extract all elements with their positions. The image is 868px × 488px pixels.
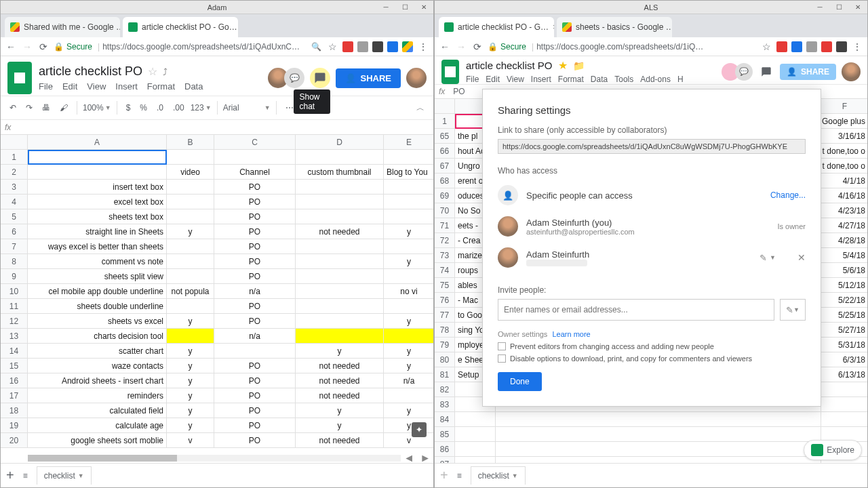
cell[interactable]: comment vs note bbox=[28, 254, 167, 269]
percent-button[interactable]: % bbox=[136, 101, 151, 115]
account-avatar[interactable] bbox=[842, 62, 861, 81]
forward-button[interactable]: → bbox=[455, 41, 467, 53]
cell[interactable]: Google plus bbox=[821, 114, 867, 129]
cell[interactable]: sheets vs excel bbox=[28, 314, 167, 329]
cell[interactable]: 86 bbox=[435, 442, 455, 457]
cell[interactable]: 66 bbox=[435, 144, 455, 159]
cell[interactable]: 70 bbox=[435, 203, 455, 218]
cell[interactable] bbox=[455, 457, 496, 463]
cell[interactable]: 9 bbox=[1, 269, 28, 284]
extension-icon[interactable] bbox=[402, 41, 413, 52]
cell[interactable]: 5/25/18 bbox=[821, 308, 867, 323]
cell[interactable]: 79 bbox=[435, 338, 455, 352]
cell[interactable]: D bbox=[296, 135, 384, 150]
cell[interactable]: 5 bbox=[1, 209, 28, 224]
cell[interactable]: 4/23/18 bbox=[821, 203, 867, 218]
cell[interactable]: PO bbox=[214, 314, 296, 329]
cell[interactable] bbox=[384, 150, 433, 165]
menu-add-ons[interactable]: Add-ons bbox=[640, 75, 671, 84]
cell[interactable] bbox=[167, 195, 214, 209]
currency-button[interactable]: $ bbox=[123, 101, 134, 115]
cell[interactable]: 3 bbox=[1, 180, 28, 195]
cell[interactable]: y bbox=[296, 344, 384, 359]
bookmark-icon[interactable]: ☆ bbox=[326, 41, 338, 53]
cell[interactable]: 76 bbox=[435, 293, 455, 308]
cell[interactable]: y bbox=[296, 403, 384, 418]
minimize-button[interactable]: ─ bbox=[379, 3, 393, 12]
cell[interactable]: 83 bbox=[435, 397, 455, 412]
browser-tab-active[interactable]: article checklist PO - Go…× bbox=[123, 17, 238, 37]
extension-icon[interactable] bbox=[806, 41, 817, 52]
cell[interactable]: 18 bbox=[1, 403, 28, 418]
cell[interactable]: PO bbox=[214, 299, 296, 314]
cell[interactable]: PO bbox=[214, 388, 296, 403]
cell[interactable]: y bbox=[384, 314, 433, 329]
cell[interactable]: 71 bbox=[435, 218, 455, 233]
cell[interactable]: cel mobile app double underline bbox=[28, 284, 167, 299]
cell[interactable] bbox=[384, 209, 433, 224]
number-format-select[interactable]: 123▼ bbox=[191, 103, 212, 113]
cell[interactable]: 5/31/18 bbox=[821, 338, 867, 352]
cell[interactable]: 16 bbox=[1, 373, 28, 388]
cell[interactable]: 5/12/18 bbox=[821, 278, 867, 293]
menu-edit[interactable]: Edit bbox=[62, 81, 77, 92]
sheet-tab[interactable]: checklist▼ bbox=[37, 466, 92, 485]
extension-icon[interactable] bbox=[387, 41, 398, 52]
cell[interactable] bbox=[455, 442, 496, 457]
cell[interactable] bbox=[167, 150, 214, 165]
checkbox-icon[interactable] bbox=[498, 354, 506, 363]
cell[interactable] bbox=[384, 299, 433, 314]
sheet-tab[interactable]: checklist▼ bbox=[471, 466, 526, 485]
menu-file[interactable]: File bbox=[466, 75, 479, 84]
star-icon[interactable]: ☆ bbox=[148, 65, 157, 78]
comments-button[interactable] bbox=[758, 64, 774, 80]
formula-bar[interactable]: fx bbox=[1, 120, 433, 135]
cell[interactable]: 72 bbox=[435, 233, 455, 248]
cell[interactable] bbox=[167, 269, 214, 284]
browser-tab[interactable]: Shared with me - Google …× bbox=[5, 17, 120, 37]
menu-insert[interactable]: Insert bbox=[531, 75, 551, 84]
menu-insert[interactable]: Insert bbox=[115, 81, 138, 92]
cell[interactable]: 82 bbox=[435, 382, 455, 397]
cell[interactable]: sheets double underline bbox=[28, 299, 167, 314]
cell[interactable] bbox=[384, 329, 433, 344]
browser-tab[interactable]: sheets - basics - Google …× bbox=[557, 17, 672, 37]
cell[interactable]: y bbox=[167, 344, 214, 359]
cell[interactable] bbox=[821, 412, 867, 427]
show-chat-button[interactable]: Show chat bbox=[310, 68, 330, 88]
cell[interactable]: Android sheets - insert chart bbox=[28, 373, 167, 388]
extension-icon[interactable] bbox=[821, 41, 832, 52]
move-folder-icon[interactable]: ⤴ bbox=[163, 66, 167, 77]
add-sheet-button[interactable]: + bbox=[440, 468, 448, 483]
star-icon[interactable]: ★ bbox=[558, 59, 568, 72]
change-access-link[interactable]: Change... bbox=[770, 190, 806, 200]
cell[interactable] bbox=[167, 299, 214, 314]
cell[interactable]: y bbox=[167, 373, 214, 388]
cell[interactable] bbox=[821, 382, 867, 397]
cell[interactable]: 65 bbox=[435, 129, 455, 144]
cell[interactable] bbox=[496, 427, 821, 442]
cell[interactable]: straight line in Sheets bbox=[28, 224, 167, 239]
explore-button[interactable]: Explore bbox=[804, 440, 862, 460]
maximize-button[interactable]: ☐ bbox=[832, 3, 846, 12]
cell[interactable]: y bbox=[384, 224, 433, 239]
cell[interactable]: 7 bbox=[1, 239, 28, 254]
cell[interactable]: PO bbox=[214, 180, 296, 195]
cell[interactable] bbox=[496, 457, 821, 463]
cell[interactable]: 3/16/18 bbox=[821, 129, 867, 144]
cell[interactable] bbox=[296, 269, 384, 284]
menu-edit[interactable]: Edit bbox=[486, 75, 500, 84]
cell[interactable] bbox=[296, 150, 384, 165]
menu-icon[interactable]: ⋮ bbox=[851, 41, 863, 53]
cell[interactable] bbox=[821, 397, 867, 412]
remove-collaborator-button[interactable]: ✕ bbox=[797, 252, 806, 263]
minimize-button[interactable]: ─ bbox=[813, 3, 827, 12]
share-button[interactable]: 👤 SHARE bbox=[780, 64, 836, 80]
cell[interactable]: E bbox=[384, 135, 433, 150]
cell[interactable]: insert text box bbox=[28, 180, 167, 195]
dec-decrease-button[interactable]: .0 bbox=[153, 101, 167, 115]
maximize-button[interactable]: ☐ bbox=[398, 3, 412, 12]
cell[interactable] bbox=[435, 99, 455, 114]
cell[interactable] bbox=[296, 314, 384, 329]
cell[interactable] bbox=[167, 329, 214, 344]
